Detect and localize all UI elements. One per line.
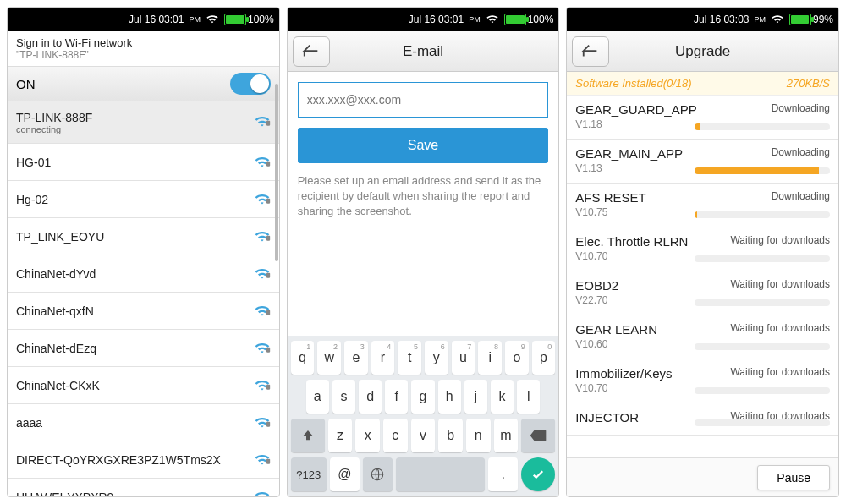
backspace-key[interactable] [521,419,555,452]
wifi-row[interactable]: aaaa [8,404,279,441]
enter-key[interactable] [521,457,555,491]
signal-icon [254,113,271,129]
dot-key[interactable]: . [488,457,518,491]
upgrade-status: Waiting for downloads [730,322,830,334]
key-l[interactable]: l [517,380,540,414]
svg-rect-7 [266,385,270,390]
download-speed: 270KB/S [787,77,830,90]
key-b[interactable]: b [438,419,463,452]
key-v[interactable]: v [411,419,436,452]
wifi-name: ChinaNet-dEzq [16,342,96,355]
key-w[interactable]: w2 [317,341,341,375]
key-f[interactable]: f [385,380,408,414]
key-y[interactable]: y6 [425,341,448,375]
svg-rect-0 [266,121,270,126]
wifi-name: aaaa [16,416,42,430]
svg-rect-6 [266,348,270,353]
svg-rect-9 [266,459,270,464]
signin-banner: Sign in to Wi-Fi network "TP-LINK-888F" [8,31,279,66]
upgrade-list[interactable]: GEAR_GUARD_APPV1.18DownloadingGEAR_MAIN_… [567,96,838,457]
signal-icon [254,303,271,319]
space-key[interactable] [396,457,485,491]
wifi-row[interactable]: ChinaNet-qxfN [8,293,279,330]
header: Upgrade [567,31,838,72]
key-k[interactable]: k [491,380,514,414]
key-p[interactable]: p0 [532,341,556,375]
wifi-row[interactable]: ChinaNet-dYvd [8,255,279,293]
key-h[interactable]: h [438,380,461,414]
upgrade-row[interactable]: Elec. Throttle RLRNV10.70Waiting for dow… [567,227,838,271]
wifi-row[interactable]: Hg-02 [8,181,279,218]
key-x[interactable]: x [355,419,380,452]
signal-icon [254,452,271,468]
progress-track [695,299,830,306]
email-body: Save Please set up an email address and … [288,72,559,230]
key-c[interactable]: c [383,419,408,452]
key-o[interactable]: o9 [505,341,529,375]
upgrade-row[interactable]: Immobilizer/KeysV10.70Waiting for downlo… [567,359,838,403]
battery-indicator: 100% [224,14,274,25]
key-q[interactable]: q1 [291,341,315,375]
shift-key[interactable] [291,419,325,452]
key-i[interactable]: i8 [478,341,502,375]
back-button[interactable] [572,36,609,67]
key-a[interactable]: a [306,380,329,414]
battery-icon [789,14,811,25]
upgrade-row[interactable]: GEAR_GUARD_APPV1.18Downloading [567,96,838,140]
install-progress-bar: Software Installed(0/18) 270KB/S [567,72,838,96]
wifi-on-row: ON [8,66,279,101]
key-m[interactable]: m [494,419,519,452]
key-t[interactable]: t5 [398,341,421,375]
wifi-row[interactable]: TP_LINK_EOYU [8,218,279,255]
at-key[interactable]: @ [330,457,360,491]
signal-icon [254,266,271,282]
svg-rect-8 [266,422,270,427]
upgrade-row[interactable]: GEAR LEARNV10.60Waiting for downloads [567,315,838,359]
key-n[interactable]: n [466,419,491,452]
progress-track [695,123,830,130]
wifi-screen: Jul 16 03:01 PM 100% Sign in to Wi-Fi ne… [7,7,280,497]
wifi-name: TP_LINK_EOYU [16,230,104,244]
wifi-row[interactable]: ChinaNet-dEzq [8,330,279,367]
progress-track [695,255,830,262]
status-time: Jul 16 03:01 [129,14,184,25]
status-time: Jul 16 03:03 [694,14,749,25]
wifi-row[interactable]: DIRECT-QoYRXGXRE3PZ1W5Tms2X [8,441,279,479]
save-button[interactable]: Save [298,128,549,163]
globe-key[interactable] [363,457,393,491]
key-e[interactable]: e3 [344,341,368,375]
wifi-icon [206,12,219,28]
key-d[interactable]: d [359,380,382,414]
status-bar: Jul 16 03:03 PM 99% [567,8,838,31]
key-g[interactable]: g [411,380,434,414]
wifi-row[interactable]: HG-01 [8,144,279,181]
back-button[interactable] [293,36,330,67]
key-s[interactable]: s [332,380,355,414]
svg-rect-3 [266,236,270,241]
wifi-row[interactable]: ChinaNet-CKxK [8,367,279,404]
numbers-key[interactable]: ?123 [291,457,327,491]
email-input[interactable] [298,82,549,118]
wifi-row-selected[interactable]: TP-LINK-888Fconnecting [8,101,279,144]
wifi-row[interactable]: HUAWEI-YXPXR9 [8,479,279,496]
pause-button[interactable]: Pause [757,465,830,490]
upgrade-row[interactable]: INJECTORWaiting for downloads [567,403,838,436]
key-j[interactable]: j [464,380,487,414]
email-screen: Jul 16 03:01 PM 100% E-mail Save Please … [287,7,560,497]
signin-ssid: "TP-LINK-888F" [16,49,271,61]
upgrade-row[interactable]: GEAR_MAIN_APPV1.13Downloading [567,140,838,184]
key-z[interactable]: z [328,419,353,452]
wifi-on-label: ON [16,77,36,91]
status-ampm: PM [754,15,766,24]
upgrade-status: Downloading [772,102,830,114]
upgrade-row[interactable]: AFS RESETV10.75Downloading [567,184,838,227]
key-u[interactable]: u7 [452,341,475,375]
wifi-list[interactable]: TP-LINK-888FconnectingHG-01Hg-02TP_LINK_… [8,101,279,496]
upgrade-row[interactable]: EOBD2V22.70Waiting for downloads [567,271,838,315]
wifi-name: ChinaNet-qxfN [16,304,94,318]
wifi-icon [771,12,784,28]
progress-track [695,419,830,426]
key-r[interactable]: r4 [371,341,395,375]
wifi-toggle[interactable] [230,73,271,95]
signin-title: Sign in to Wi-Fi network [16,36,271,49]
